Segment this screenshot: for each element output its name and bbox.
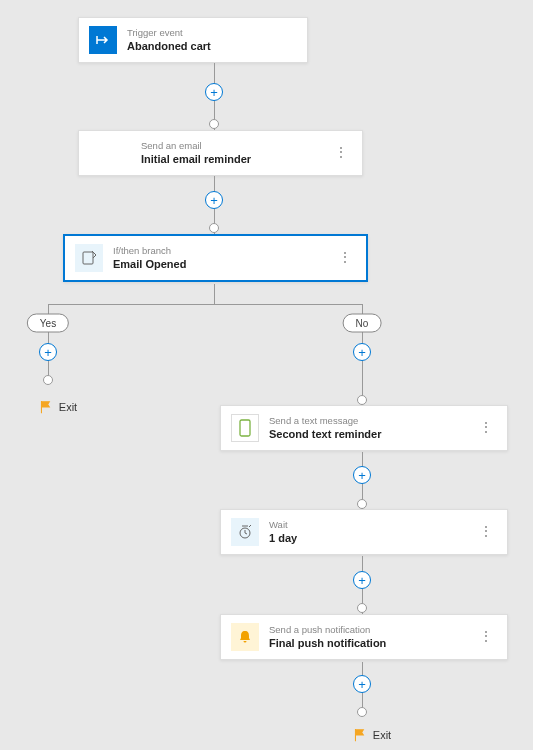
- push-card[interactable]: Send a push notification Final push noti…: [220, 614, 508, 660]
- sms-icon: [231, 414, 259, 442]
- sms-title: Second text reminder: [269, 427, 475, 441]
- branch-line: [48, 304, 362, 305]
- exit-no-label: Exit: [373, 729, 391, 741]
- wait-label: Wait: [269, 519, 475, 530]
- connector-node: [43, 375, 53, 385]
- branch-label: If/then branch: [113, 245, 334, 256]
- email-text: Send an email Initial email reminder: [141, 140, 330, 167]
- add-step-button[interactable]: +: [353, 571, 371, 589]
- add-step-button[interactable]: +: [39, 343, 57, 361]
- trigger-text: Trigger event Abandoned cart: [127, 27, 297, 54]
- branch-menu-icon[interactable]: [334, 255, 356, 261]
- connector-node: [357, 707, 367, 717]
- sms-text: Send a text message Second text reminder: [269, 415, 475, 442]
- sms-menu-icon[interactable]: [475, 425, 497, 431]
- connector-node: [357, 499, 367, 509]
- wait-icon: [231, 518, 259, 546]
- flag-icon: [39, 400, 53, 414]
- email-card[interactable]: Send an email Initial email reminder: [78, 130, 363, 176]
- trigger-card[interactable]: Trigger event Abandoned cart: [78, 17, 308, 63]
- flag-icon: [353, 728, 367, 742]
- add-step-button[interactable]: +: [353, 675, 371, 693]
- branch-title: Email Opened: [113, 257, 334, 271]
- email-icon: [89, 139, 117, 167]
- branch-no-pill[interactable]: No: [343, 314, 382, 333]
- exit-yes-label: Exit: [59, 401, 77, 413]
- wait-title: 1 day: [269, 531, 475, 545]
- connector-node: [209, 119, 219, 129]
- connector-node: [209, 223, 219, 233]
- svg-rect-2: [240, 420, 250, 436]
- push-text: Send a push notification Final push noti…: [269, 624, 475, 651]
- push-menu-icon[interactable]: [475, 634, 497, 640]
- email-label: Send an email: [141, 140, 330, 151]
- branch-yes-pill[interactable]: Yes: [27, 314, 69, 333]
- add-step-button[interactable]: +: [205, 191, 223, 209]
- exit-yes: Exit: [39, 400, 77, 414]
- add-step-button[interactable]: +: [353, 466, 371, 484]
- sms-card[interactable]: Send a text message Second text reminder: [220, 405, 508, 451]
- email-title: Initial email reminder: [141, 152, 330, 166]
- bell-icon: [231, 623, 259, 651]
- connector-node: [357, 603, 367, 613]
- trigger-title: Abandoned cart: [127, 39, 297, 53]
- add-step-button[interactable]: +: [353, 343, 371, 361]
- trigger-label: Trigger event: [127, 27, 297, 38]
- svg-rect-1: [83, 252, 93, 264]
- sms-label: Send a text message: [269, 415, 475, 426]
- wait-menu-icon[interactable]: [475, 529, 497, 535]
- connector-node: [357, 395, 367, 405]
- trigger-icon: [89, 26, 117, 54]
- email-menu-icon[interactable]: [330, 150, 352, 156]
- push-label: Send a push notification: [269, 624, 475, 635]
- branch-card[interactable]: If/then branch Email Opened: [63, 234, 368, 282]
- branch-icon: [75, 244, 103, 272]
- add-step-button[interactable]: +: [205, 83, 223, 101]
- connector: [214, 284, 215, 304]
- exit-no: Exit: [353, 728, 391, 742]
- wait-card[interactable]: Wait 1 day: [220, 509, 508, 555]
- wait-text: Wait 1 day: [269, 519, 475, 546]
- push-title: Final push notification: [269, 636, 475, 650]
- branch-text: If/then branch Email Opened: [113, 245, 334, 272]
